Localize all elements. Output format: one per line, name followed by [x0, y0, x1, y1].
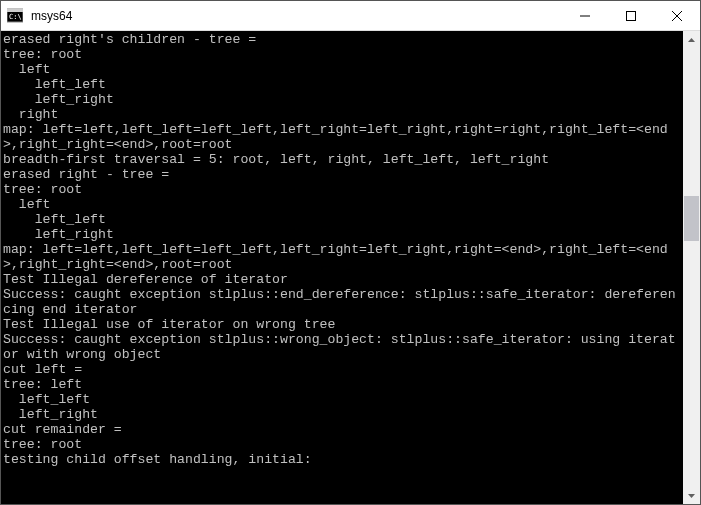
- svg-text:C:\: C:\: [9, 13, 22, 21]
- svg-marker-8: [688, 494, 695, 498]
- scroll-up-button[interactable]: [683, 31, 700, 48]
- maximize-button[interactable]: [608, 1, 654, 31]
- client-area: erased right's children - tree = tree: r…: [1, 31, 700, 504]
- close-button[interactable]: [654, 1, 700, 31]
- titlebar[interactable]: C:\ msys64: [1, 1, 700, 31]
- scroll-thumb[interactable]: [684, 196, 699, 241]
- terminal-output[interactable]: erased right's children - tree = tree: r…: [1, 31, 683, 504]
- vertical-scrollbar[interactable]: [683, 31, 700, 504]
- svg-rect-4: [627, 11, 636, 20]
- app-icon: C:\: [7, 8, 23, 24]
- window-title: msys64: [29, 9, 562, 23]
- application-window: C:\ msys64 erased right's children - tre…: [0, 0, 701, 505]
- svg-marker-7: [688, 38, 695, 42]
- scroll-down-button[interactable]: [683, 487, 700, 504]
- minimize-button[interactable]: [562, 1, 608, 31]
- svg-rect-1: [7, 9, 23, 12]
